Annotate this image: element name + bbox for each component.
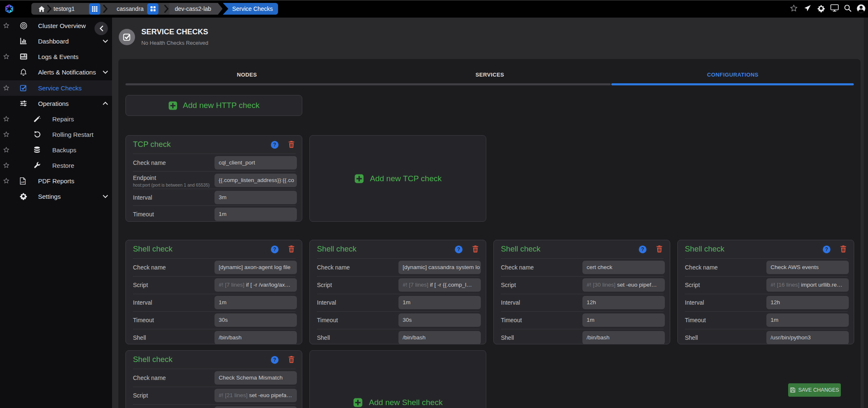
svg-text:?: ? [641, 246, 644, 252]
svg-text:pdf: pdf [21, 181, 25, 183]
svg-text:?: ? [273, 246, 276, 252]
svg-text:?: ? [273, 357, 276, 363]
svg-text:?: ? [273, 142, 276, 148]
svg-text:?: ? [825, 246, 828, 252]
svg-text:?: ? [457, 246, 460, 252]
